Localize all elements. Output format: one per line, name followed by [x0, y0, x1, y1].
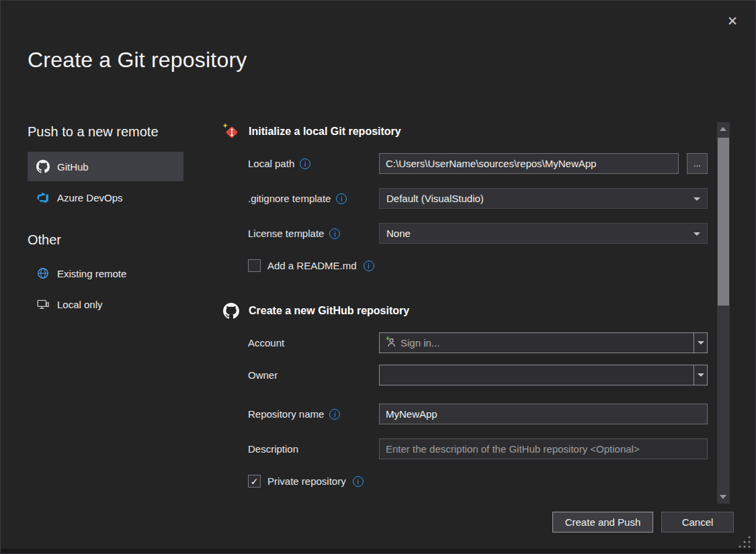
init-section-heading: Initialize a local Git repository [249, 126, 401, 138]
gitignore-label: .gitignore template [248, 193, 331, 204]
github-section-heading-row: Create a new GitHub repository [222, 302, 708, 320]
readme-row: Add a README.md i [248, 259, 708, 272]
computer-icon [36, 298, 50, 310]
description-label-group: Description [248, 443, 379, 455]
license-selected-value: None [386, 228, 411, 239]
github-section-heading: Create a new GitHub repository [249, 305, 409, 317]
github-form: Account Sign in... [248, 332, 708, 488]
account-row: Account Sign in... [248, 332, 708, 353]
chevron-down-icon [694, 197, 700, 201]
info-icon[interactable]: i [336, 193, 347, 204]
private-repository-row: ✓ Private repository i [248, 475, 708, 488]
close-button[interactable]: ✕ [723, 11, 742, 30]
repository-name-input[interactable] [379, 404, 708, 424]
resize-grip[interactable] [737, 535, 752, 549]
license-label: License template [248, 228, 324, 239]
description-input[interactable] [379, 438, 708, 459]
owner-combobox[interactable] [379, 365, 708, 385]
gitignore-selected-value: Default (VisualStudio) [386, 193, 484, 204]
dialog-bottom-border [1, 549, 755, 553]
scrollbar-thumb[interactable] [718, 138, 729, 306]
license-template-dropdown[interactable]: None [379, 223, 708, 244]
repository-name-label-group: Repository name i [248, 408, 379, 420]
create-git-repository-dialog: ✕ Create a Git repository Push to a new … [0, 0, 756, 554]
browse-button[interactable]: ... [687, 153, 708, 174]
init-section-heading-row: Initialize a local Git repository [222, 122, 708, 141]
sidebar-item-label: GitHub [57, 161, 89, 173]
azure-devops-icon [36, 191, 50, 203]
owner-label-group: Owner [248, 369, 379, 381]
info-icon[interactable]: i [364, 261, 374, 271]
info-icon[interactable]: i [353, 476, 364, 487]
sidebar-item-azure-devops[interactable]: Azure DevOps [28, 183, 183, 212]
account-dropdown-button[interactable] [694, 333, 707, 353]
private-repository-checkbox[interactable]: ✓ [248, 475, 261, 488]
local-path-field-area: ... [379, 153, 708, 174]
page-title: Create a Git repository [28, 48, 247, 73]
init-form: Local path i ... .gitignore template i D… [248, 153, 708, 272]
close-icon: ✕ [727, 13, 738, 29]
description-row: Description [248, 438, 708, 459]
cancel-button[interactable]: Cancel [661, 512, 734, 533]
info-icon[interactable]: i [300, 158, 310, 169]
local-path-row: Local path i ... [248, 153, 708, 174]
new-git-repo-icon [222, 123, 240, 140]
owner-row: Owner [248, 365, 708, 385]
repository-name-label: Repository name [248, 408, 324, 420]
scroll-up-icon[interactable] [720, 127, 726, 131]
readme-label: Add a README.md [267, 260, 357, 271]
other-heading: Other [28, 232, 183, 248]
sidebar-item-label: Local only [57, 299, 103, 310]
sidebar-item-github[interactable]: GitHub [28, 152, 183, 181]
sidebar-item-local-only[interactable]: Local only [28, 289, 183, 319]
sidebar-item-label: Existing remote [57, 268, 126, 279]
sign-in-icon [385, 336, 396, 349]
globe-icon [36, 267, 50, 279]
repository-name-row: Repository name i [248, 404, 708, 424]
chevron-down-icon [694, 232, 700, 236]
private-repository-label: Private repository [267, 475, 346, 487]
form-content: Initialize a local Git repository Local … [222, 122, 708, 488]
github-icon [36, 160, 50, 173]
create-and-push-button[interactable]: Create and Push [552, 512, 653, 533]
local-path-label-group: Local path i [248, 158, 379, 169]
description-label: Description [248, 443, 298, 455]
sidebar-item-existing-remote[interactable]: Existing remote [28, 259, 183, 288]
account-combobox[interactable]: Sign in... [379, 332, 708, 353]
license-label-group: License template i [248, 228, 379, 239]
sidebar-item-label: Azure DevOps [57, 192, 123, 203]
account-label-group: Account [248, 337, 379, 349]
vertical-scrollbar[interactable] [717, 122, 730, 504]
chevron-down-icon [698, 373, 704, 377]
gitignore-template-dropdown[interactable]: Default (VisualStudio) [379, 188, 708, 209]
scroll-down-icon[interactable] [720, 495, 726, 499]
gitignore-row: .gitignore template i Default (VisualStu… [248, 188, 708, 209]
license-row: License template i None [248, 223, 708, 244]
github-icon [222, 303, 240, 319]
owner-dropdown-button[interactable] [694, 365, 707, 385]
checkmark-icon: ✓ [251, 476, 259, 487]
footer-buttons: Create and Push Cancel [552, 512, 734, 533]
info-icon[interactable]: i [329, 228, 340, 239]
sidebar: Push to a new remote GitHub Azure DevOps… [28, 124, 183, 319]
local-path-label: Local path [248, 158, 294, 169]
push-remote-heading: Push to a new remote [28, 124, 183, 140]
chevron-down-icon [698, 341, 704, 344]
account-sign-in-text: Sign in... [401, 337, 439, 349]
owner-label: Owner [248, 369, 278, 381]
info-icon[interactable]: i [329, 409, 340, 420]
account-label: Account [248, 337, 284, 349]
local-path-input[interactable] [379, 153, 679, 174]
readme-checkbox[interactable] [248, 259, 261, 272]
gitignore-label-group: .gitignore template i [248, 193, 379, 204]
